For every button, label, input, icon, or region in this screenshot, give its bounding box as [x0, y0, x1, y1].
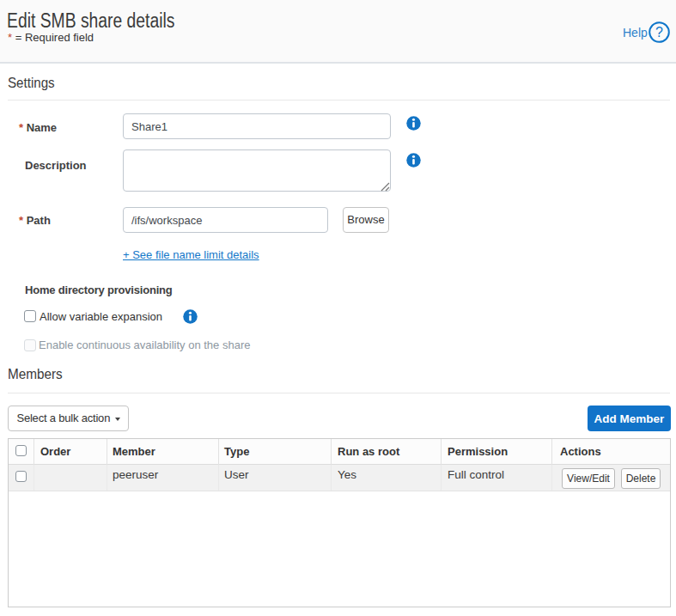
svg-text:?: ?: [655, 25, 663, 40]
